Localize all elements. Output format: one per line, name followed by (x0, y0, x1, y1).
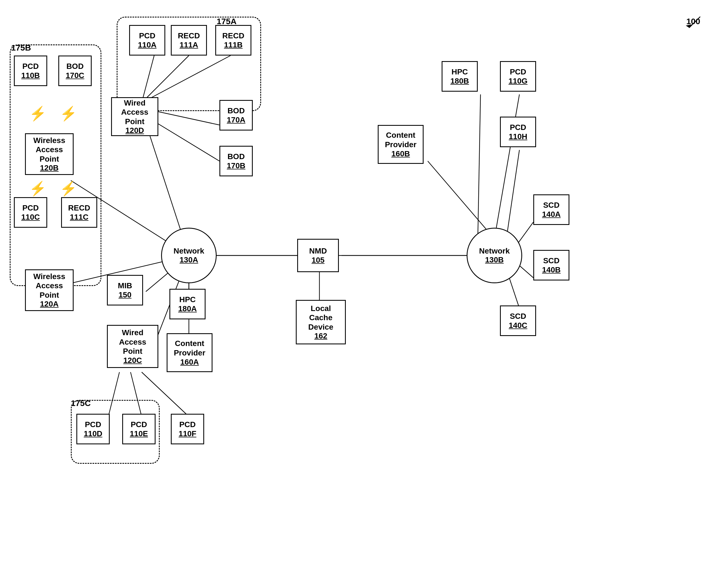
node-content-provider-160B: ContentProvider 160B (378, 125, 424, 164)
svg-line-13 (506, 150, 519, 244)
node-bod-170B: BOD 170B (219, 146, 253, 176)
node-pcd-110B: PCD 110B (14, 56, 47, 86)
node-wired-ap-120C: WiredAccess Point 120C (107, 325, 158, 368)
node-recd-111A: RECD 111A (171, 25, 207, 56)
node-network-130A: Network 130A (161, 228, 217, 283)
node-scd-140A: SCD 140A (533, 194, 569, 225)
node-pcd-110H: PCD 110H (500, 117, 536, 147)
node-wap-120D: WiredAccess Point 120D (111, 97, 158, 136)
node-pcd-110G: PCD 110G (500, 61, 536, 92)
node-wireless-ap-120A: WirelessAccess Point 120A (25, 269, 74, 311)
node-scd-140C: SCD 140C (500, 305, 536, 336)
lightning-icon-3: ⚡ (29, 181, 46, 197)
lightning-icon-2: ⚡ (60, 106, 77, 122)
node-nmd-105: NMD 105 (297, 239, 339, 272)
lightning-icon-4: ⚡ (60, 181, 77, 197)
node-local-cache-162: LocalCacheDevice 162 (296, 300, 346, 344)
node-network-130B: Network 130B (467, 228, 522, 283)
node-pcd-110F: PCD 110F (171, 414, 204, 444)
node-pcd-110E: PCD 110E (122, 414, 156, 444)
svg-line-22 (156, 122, 219, 161)
label-175B: 175B (11, 43, 31, 52)
node-bod-170A: BOD 170A (219, 100, 253, 131)
node-pcd-110D: PCD 110D (76, 414, 110, 444)
node-bod-170C: BOD 170C (58, 56, 92, 86)
node-wireless-ap-120B: WirelessAccess Point 120B (25, 133, 74, 175)
node-hpc-180A: HPC 180A (169, 289, 206, 319)
svg-line-12 (494, 94, 519, 239)
node-mib-150: MIB 150 (107, 275, 143, 305)
label-175A: 175A (217, 17, 237, 26)
node-pcd-110C: PCD 110C (14, 197, 47, 228)
node-content-provider-160A: ContentProvider 160A (167, 333, 212, 372)
label-175C: 175C (71, 398, 91, 408)
svg-line-21 (156, 111, 219, 125)
svg-line-10 (428, 161, 494, 239)
node-recd-111B: RECD 111B (215, 25, 251, 56)
svg-line-11 (478, 94, 481, 242)
svg-line-26 (689, 17, 700, 28)
node-recd-111C: RECD 111C (61, 197, 97, 228)
node-pcd-110A: PCD 110A (129, 25, 165, 56)
node-scd-140B: SCD 140B (533, 250, 569, 280)
diagram-container: 100 175A 175B 175C PCD 110A RECD 111A RE… (0, 0, 728, 569)
node-hpc-180B: HPC 180B (442, 61, 478, 92)
arrow-100 (684, 14, 706, 31)
lightning-icon-1: ⚡ (29, 106, 46, 122)
